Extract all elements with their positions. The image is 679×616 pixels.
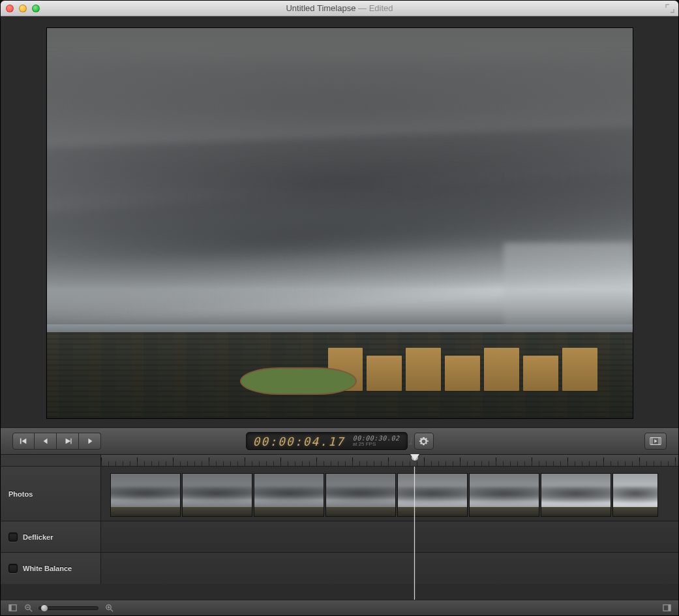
clip-thumbnail[interactable] bbox=[541, 473, 611, 517]
svg-rect-4 bbox=[70, 439, 71, 444]
clip-thumbnail[interactable] bbox=[325, 473, 396, 517]
svg-marker-3 bbox=[65, 439, 70, 444]
inspector-toggle-button[interactable] bbox=[661, 603, 672, 613]
track-label-text: Photos bbox=[8, 490, 33, 498]
svg-marker-2 bbox=[43, 439, 47, 444]
step-forward-icon bbox=[86, 437, 94, 445]
ruler-ticks[interactable] bbox=[101, 455, 678, 466]
track-photos: Photos bbox=[1, 467, 678, 521]
clip-thumbnail[interactable] bbox=[182, 473, 252, 517]
export-button[interactable] bbox=[644, 433, 667, 450]
svg-marker-9 bbox=[654, 439, 657, 442]
play-button[interactable] bbox=[57, 433, 79, 450]
track-label-deflicker: Deflicker bbox=[1, 521, 101, 552]
clip-thumbnail[interactable] bbox=[254, 473, 324, 517]
svg-line-16 bbox=[110, 609, 113, 611]
settings-button[interactable] bbox=[414, 433, 434, 450]
right-button-group bbox=[644, 433, 667, 450]
gear-icon bbox=[419, 437, 429, 446]
timeline-tracks: Photos Deflicker bbox=[1, 467, 678, 600]
zoom-in-button[interactable] bbox=[104, 603, 114, 613]
timecode-meta: 00:00:30.02 at 25 FPS bbox=[353, 435, 400, 447]
footer-bar bbox=[1, 600, 678, 615]
deflicker-checkbox[interactable] bbox=[8, 532, 18, 542]
svg-marker-5 bbox=[88, 439, 92, 444]
sidebar-toggle-icon bbox=[8, 604, 17, 612]
app-window: Untitled Timelapse — Edited bbox=[0, 0, 679, 616]
track-content-white-balance[interactable] bbox=[101, 553, 678, 584]
track-white-balance: White Balance bbox=[1, 553, 678, 584]
zoom-slider-thumb[interactable] bbox=[40, 604, 48, 612]
timecode-group: 00:00:04.17 00:00:30.02 at 25 FPS 117 bbox=[246, 432, 434, 450]
track-label-text: Deflicker bbox=[23, 533, 53, 541]
white-balance-checkbox[interactable] bbox=[8, 564, 18, 573]
timeline-ruler[interactable] bbox=[1, 455, 678, 467]
zoom-slider[interactable] bbox=[38, 606, 98, 610]
export-video-icon bbox=[650, 437, 661, 446]
titlebar: Untitled Timelapse — Edited bbox=[1, 1, 678, 16]
track-label-white-balance: White Balance bbox=[1, 553, 101, 584]
step-forward-button[interactable] bbox=[79, 433, 101, 450]
timecode-current: 00:00:04.17 bbox=[253, 435, 345, 448]
step-back-icon bbox=[42, 437, 50, 445]
document-title: Untitled Timelapse bbox=[286, 3, 355, 13]
svg-rect-20 bbox=[668, 605, 671, 611]
transport-toolbar: 00:00:04.17 00:00:30.02 at 25 FPS 117 bbox=[1, 427, 678, 455]
svg-line-13 bbox=[29, 609, 32, 611]
window-title: Untitled Timelapse — Edited bbox=[1, 3, 678, 13]
preview-area bbox=[1, 16, 678, 427]
track-content-photos[interactable] bbox=[101, 467, 678, 521]
thumbnail-strip bbox=[110, 473, 678, 517]
sidebar-toggle-button[interactable] bbox=[7, 603, 18, 613]
track-label-text: White Balance bbox=[23, 564, 72, 572]
ruler-gutter bbox=[1, 455, 101, 466]
svg-marker-1 bbox=[22, 439, 26, 444]
go-to-start-button[interactable] bbox=[12, 433, 35, 450]
zoom-out-icon bbox=[24, 604, 33, 612]
go-to-start-icon bbox=[20, 437, 27, 445]
svg-rect-11 bbox=[8, 605, 11, 611]
preview-viewport[interactable] bbox=[47, 28, 633, 418]
timecode-display[interactable]: 00:00:04.17 00:00:30.02 at 25 FPS 117 bbox=[246, 432, 408, 450]
inspector-toggle-icon bbox=[663, 604, 671, 612]
track-content-deflicker[interactable] bbox=[101, 521, 678, 552]
zoom-out-button[interactable] bbox=[23, 603, 33, 613]
playback-button-group bbox=[12, 433, 101, 450]
clip-thumbnail[interactable] bbox=[110, 473, 181, 517]
playhead-handle[interactable] bbox=[410, 454, 419, 465]
zoom-in-icon bbox=[105, 604, 113, 612]
edited-indicator: — Edited bbox=[355, 3, 393, 13]
step-back-button[interactable] bbox=[35, 433, 57, 450]
clip-thumbnail[interactable] bbox=[612, 473, 658, 517]
clip-thumbnail[interactable] bbox=[469, 473, 539, 517]
fullscreen-icon[interactable] bbox=[665, 4, 674, 13]
fps-label: at 25 FPS bbox=[353, 442, 400, 447]
track-label-photos: Photos bbox=[1, 467, 101, 521]
clip-thumbnail[interactable] bbox=[397, 473, 468, 517]
svg-rect-0 bbox=[20, 439, 22, 444]
play-icon bbox=[64, 437, 72, 445]
track-deflicker: Deflicker bbox=[1, 521, 678, 553]
